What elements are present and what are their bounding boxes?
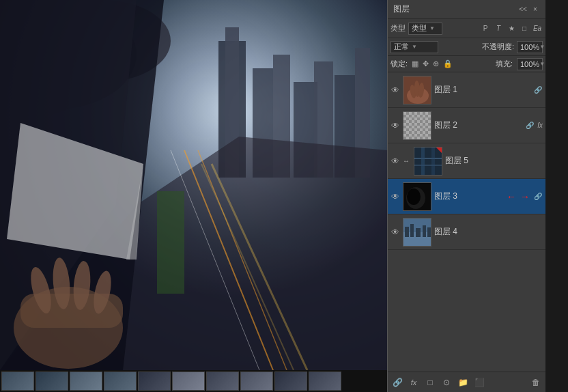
film-frame <box>172 372 205 391</box>
filter-icon-fx[interactable]: Ea <box>532 23 543 34</box>
layer-1-thumbnail <box>403 76 431 104</box>
layers-panel: 图层 << × 类型 类型 ▼ P T ★ □ Ea 正常 <box>387 0 545 392</box>
lock-label: 锁定: <box>390 59 408 69</box>
fill-value-box[interactable]: 100% ▼ <box>517 58 543 70</box>
layer-2-fx: fx <box>537 122 543 129</box>
layer-3-thumbnail <box>403 182 431 211</box>
panel-footer: 🔗 fx □ ⊙ 📁 ⬛ 🗑 <box>388 372 545 392</box>
main-container: 图层 << × 类型 类型 ▼ P T ★ □ Ea 正常 <box>0 0 568 392</box>
filter-icons: P T ★ □ Ea <box>480 23 543 34</box>
layer-1-thumb-svg <box>403 76 431 104</box>
layer-item-4[interactable]: 👁 图层 4 <box>388 214 545 250</box>
footer-fx-button[interactable]: fx <box>407 376 421 389</box>
svg-rect-18 <box>157 191 184 294</box>
canvas-area <box>0 0 387 392</box>
layer-4-visibility[interactable]: 👁 <box>390 227 400 237</box>
lock-icon-checker[interactable]: ▦ <box>412 59 418 68</box>
lock-row: 锁定: ▦ ✥ ⊕ 🔒 填充: 100% ▼ <box>388 56 545 72</box>
filter-icon-t[interactable]: T <box>493 23 504 34</box>
svg-point-42 <box>407 188 421 205</box>
layer-3-arrow-right: → <box>520 191 530 202</box>
svg-rect-38 <box>431 148 435 176</box>
svg-rect-36 <box>414 165 442 166</box>
layer-1-chain[interactable]: 🔗 <box>533 85 543 95</box>
layer-3-visibility[interactable]: 👁 <box>390 192 400 201</box>
lock-icon-position[interactable]: ⊕ <box>433 59 439 68</box>
filter-icon-shape[interactable]: □ <box>519 23 530 34</box>
footer-delete-button[interactable]: 🗑 <box>529 376 543 389</box>
opacity-value-box[interactable]: 100% ▼ <box>517 41 543 53</box>
panel-controls: << × <box>518 5 540 14</box>
layer-item-5[interactable]: 👁 ↔ 图层 5 <box>388 143 545 179</box>
layer-4-name: 图层 4 <box>434 226 543 238</box>
film-frame <box>104 372 137 391</box>
svg-rect-48 <box>416 228 421 237</box>
film-frame <box>206 372 239 391</box>
footer-adjustment-button[interactable]: ⊙ <box>440 376 453 389</box>
close-panel-button[interactable]: × <box>530 5 540 14</box>
layer-1-name: 图层 1 <box>434 84 530 96</box>
film-frame <box>309 372 341 391</box>
film-frame <box>274 372 307 391</box>
footer-link-button[interactable]: 🔗 <box>390 376 404 389</box>
layer-2-name: 图层 2 <box>434 120 522 131</box>
city-scene-svg <box>0 0 387 370</box>
svg-rect-49 <box>423 225 426 237</box>
layer-3-arrow-left: ← <box>507 191 516 202</box>
opacity-label: 不透明度: <box>482 42 514 52</box>
film-frame <box>36 372 68 391</box>
svg-rect-35 <box>414 158 442 159</box>
layer-4-thumb-svg <box>403 219 431 247</box>
lock-icon-move[interactable]: ✥ <box>423 59 429 68</box>
layer-3-name: 图层 3 <box>434 191 503 202</box>
blend-mode-value: 正常 <box>394 42 409 52</box>
filter-icon-p[interactable]: P <box>480 23 491 34</box>
svg-rect-46 <box>405 227 409 237</box>
opacity-value: 100% <box>520 43 539 51</box>
film-frame <box>70 372 102 391</box>
footer-group-button[interactable]: 📁 <box>456 376 470 389</box>
blend-dropdown-arrow: ▼ <box>412 44 417 50</box>
fill-value: 100% <box>520 60 539 68</box>
layer-2-chain[interactable]: 🔗 <box>525 121 535 130</box>
layer-2-thumb-svg <box>403 112 431 140</box>
layer-item-1[interactable]: 👁 图层 1 🔗 <box>388 72 545 108</box>
filter-label: 类型 <box>390 23 406 33</box>
layer-4-thumbnail <box>403 218 431 247</box>
footer-new-layer-button[interactable]: ⬛ <box>472 376 486 389</box>
film-frame <box>1 372 34 391</box>
layer-2-visibility[interactable]: 👁 <box>390 121 400 130</box>
film-frame <box>138 372 171 391</box>
blend-mode-select[interactable]: 正常 ▼ <box>390 41 438 53</box>
layer-2-thumbnail <box>403 111 431 140</box>
fill-label: 填充: <box>496 59 513 69</box>
panel-title: 图层 <box>393 3 410 15</box>
layer-5-link-icon: ↔ <box>403 157 410 165</box>
filter-type-value: 类型 <box>412 23 427 33</box>
filter-icon-star[interactable]: ★ <box>506 23 517 34</box>
fill-dropdown-arrow: ▼ <box>539 61 545 67</box>
layer-item-3[interactable]: 👁 图层 3 ← → 🔗 <box>388 179 545 214</box>
opacity-dropdown-arrow: ▼ <box>539 44 545 50</box>
layer-1-visibility[interactable]: 👁 <box>390 85 400 95</box>
filter-type-select[interactable]: 类型 ▼ <box>408 23 442 35</box>
blend-row: 正常 ▼ 不透明度: 100% ▼ <box>388 38 545 56</box>
layer-5-name: 图层 5 <box>445 155 543 167</box>
layer-5-visibility[interactable]: 👁 <box>390 156 400 166</box>
svg-rect-50 <box>427 227 431 237</box>
lock-icon-all[interactable]: 🔒 <box>443 59 453 68</box>
layer-item-2[interactable]: 👁 图层 2 🔗 fx <box>388 108 545 143</box>
svg-rect-47 <box>410 224 414 237</box>
filmstrip <box>0 370 387 392</box>
collapse-panel-button[interactable]: << <box>518 5 528 14</box>
layer-5-thumb-svg <box>414 148 442 176</box>
filter-dropdown-arrow: ▼ <box>429 25 435 31</box>
filter-bar: 类型 类型 ▼ P T ★ □ Ea <box>388 19 545 38</box>
layer-5-thumbnail <box>414 147 442 176</box>
footer-mask-button[interactable]: □ <box>423 376 437 389</box>
layer-3-chain[interactable]: 🔗 <box>533 192 543 201</box>
layers-list: 👁 图层 1 🔗 👁 <box>388 72 545 372</box>
film-frame <box>240 372 273 391</box>
layer-3-thumb-svg <box>403 183 431 211</box>
panel-header: 图层 << × <box>388 0 545 19</box>
